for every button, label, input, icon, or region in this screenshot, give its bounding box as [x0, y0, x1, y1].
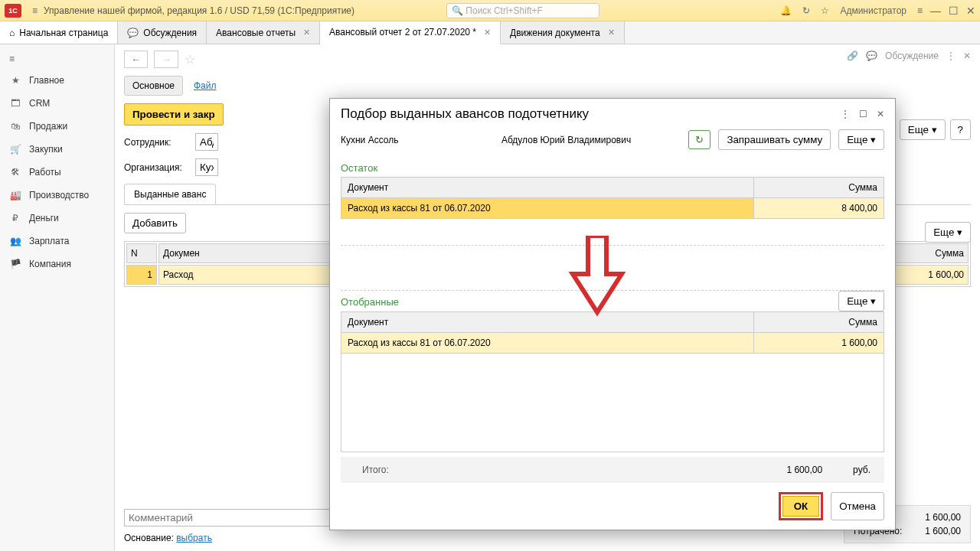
advance-picker-modal: Подбор выданных авансов подотчетнику ⋮ ☐… — [329, 98, 896, 530]
selected-table-body — [341, 354, 884, 452]
bell-icon[interactable]: 🔔 — [780, 5, 792, 16]
chat-icon: 💬 — [127, 28, 139, 38]
maximize-button[interactable]: ☐ — [949, 5, 959, 17]
minimize-button[interactable]: — — [930, 5, 941, 17]
home-icon: ⌂ — [9, 28, 15, 38]
sidebar-item-crm[interactable]: 🗔CRM — [0, 92, 114, 115]
selected-more-button[interactable]: Еще ▾ — [838, 291, 884, 311]
user-label[interactable]: Администратор — [840, 5, 906, 16]
col-sum: Сумма — [754, 178, 884, 198]
tools-icon: 🛠 — [9, 167, 21, 178]
sidebar-item-sales[interactable]: 🛍Продажи — [0, 115, 114, 138]
star-icon: ★ — [9, 75, 21, 86]
modal-org: Кухни Ассоль — [341, 135, 494, 145]
sidebar-item-purchasing[interactable]: 🛒Закупки — [0, 138, 114, 161]
document-area: ← → ☆ 🔗 💬 Обсуждение ⋮ ✕ Основное Файл П… — [115, 44, 980, 551]
people-icon: 👥 — [9, 236, 21, 246]
sidebar-item-production[interactable]: 🏭Производство — [0, 184, 114, 207]
modal-maximize-icon[interactable]: ☐ — [859, 109, 867, 119]
table-row[interactable]: Расход из кассы 81 от 06.07.2020 8 400,0… — [341, 198, 884, 219]
selected-table: Документ Сумма Расход из кассы 81 от 06.… — [341, 311, 884, 354]
tab-home[interactable]: ⌂ Начальная страница — [0, 21, 118, 44]
nav-burger-icon[interactable]: ≡ — [0, 49, 114, 69]
history-icon[interactable]: ↻ — [802, 5, 810, 16]
modal-close-icon[interactable]: ✕ — [877, 109, 884, 119]
money-icon: ₽ — [9, 213, 21, 223]
search-icon: 🔍 — [452, 5, 463, 16]
app-title: Управление нашей фирмой, редакция 1.6 / … — [44, 5, 354, 16]
modal-title: Подбор выданных авансов подотчетнику — [341, 106, 841, 122]
modal-menu-icon[interactable]: ⋮ — [841, 109, 850, 119]
ok-button[interactable]: ОК — [782, 496, 820, 517]
close-icon[interactable]: ✕ — [484, 28, 491, 37]
sidebar-item-company[interactable]: 🏴Компания — [0, 253, 114, 276]
star-icon[interactable]: ☆ — [821, 5, 829, 16]
search-input[interactable]: 🔍 Поиск Ctrl+Shift+F — [446, 3, 599, 18]
sidebar-item-main[interactable]: ★Главное — [0, 69, 114, 92]
tabbar: ⌂ Начальная страница 💬 Обсуждения Авансо… — [0, 21, 980, 44]
sidebar-item-works[interactable]: 🛠Работы — [0, 161, 114, 184]
col-doc: Документ — [341, 178, 754, 198]
modal-more-button[interactable]: Еще ▾ — [838, 129, 884, 150]
section-selected: Отобранные — [341, 292, 838, 311]
modal-employee: Абдулов Юрий Владимирович — [501, 135, 681, 145]
close-icon[interactable]: ✕ — [608, 28, 615, 37]
cancel-button[interactable]: Отмена — [831, 492, 884, 520]
col-doc: Документ — [341, 312, 754, 333]
sidebar-item-salary[interactable]: 👥Зарплата — [0, 230, 114, 253]
settings-icon[interactable]: ≡ — [917, 5, 923, 16]
refresh-button[interactable]: ↻ — [688, 130, 710, 149]
tab-report-2[interactable]: Авансовый отчет 2 от 27.07.2020 * ✕ — [320, 21, 501, 44]
ok-highlight: ОК — [779, 492, 824, 520]
flag-icon: 🏴 — [9, 259, 21, 269]
titlebar: 1C ≡ Управление нашей фирмой, редакция 1… — [0, 0, 980, 21]
tab-movements[interactable]: Движения документа ✕ — [501, 21, 625, 44]
divider — [341, 245, 884, 291]
request-sum-button[interactable]: Запрашивать сумму — [718, 129, 831, 150]
close-button[interactable]: ✕ — [966, 5, 975, 17]
tab-discussions[interactable]: 💬 Обсуждения — [118, 21, 207, 44]
tab-reports[interactable]: Авансовые отчеты ✕ — [207, 21, 320, 44]
sales-icon: 🛍 — [9, 121, 21, 132]
cart-icon: 🛒 — [9, 144, 21, 155]
factory-icon: 🏭 — [9, 190, 21, 201]
table-row[interactable]: Расход из кассы 81 от 06.07.2020 1 600,0… — [341, 333, 884, 354]
close-icon[interactable]: ✕ — [303, 28, 310, 37]
sidebar-item-money[interactable]: ₽Деньги — [0, 207, 114, 230]
crm-icon: 🗔 — [9, 98, 21, 109]
col-sum: Сумма — [754, 312, 884, 333]
burger-icon[interactable]: ≡ — [32, 5, 38, 16]
logo-1c: 1C — [5, 4, 21, 18]
remain-table: Документ Сумма Расход из кассы 81 от 06.… — [341, 177, 884, 219]
sidebar: ≡ ★Главное 🗔CRM 🛍Продажи 🛒Закупки 🛠Работ… — [0, 44, 115, 551]
total-row: Итого: 1 600,00 руб. — [341, 457, 884, 483]
section-remain: Остаток — [330, 158, 895, 177]
